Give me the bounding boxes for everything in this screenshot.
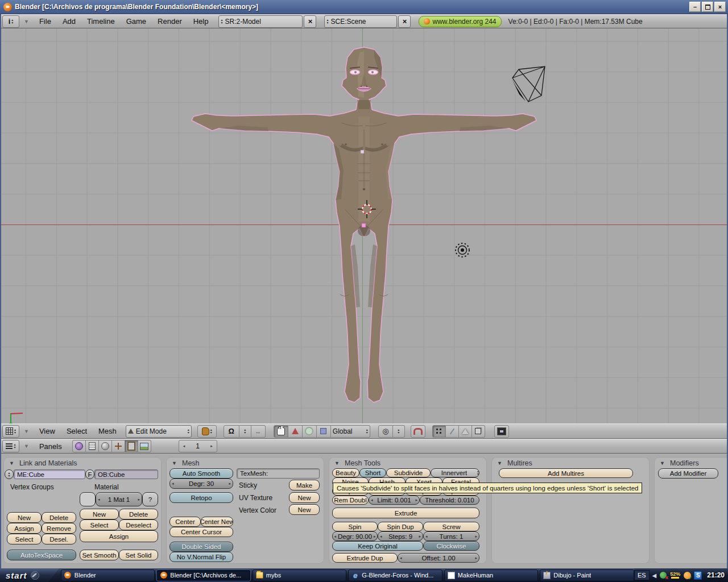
pivot-stepper[interactable]: ▴▾ bbox=[393, 425, 405, 438]
material-help-button[interactable]: ? bbox=[142, 492, 158, 506]
add-multires-button[interactable]: Add Multires bbox=[499, 468, 633, 478]
vertex-select-button[interactable] bbox=[432, 425, 446, 438]
script-context-button[interactable] bbox=[86, 440, 99, 452]
beauty-toggle[interactable]: Beauty bbox=[332, 468, 359, 477]
center-new-button[interactable]: Center New bbox=[201, 517, 233, 527]
language-indicator[interactable]: ES bbox=[634, 570, 650, 580]
screen-delete-button[interactable]: × bbox=[304, 15, 316, 28]
limit-stepper[interactable]: ◂Limit: 0.001▸ bbox=[369, 496, 420, 505]
panel-collapse-icon[interactable]: ▼ bbox=[334, 460, 340, 466]
auto-smooth-toggle[interactable]: Auto Smooth bbox=[169, 468, 233, 479]
taskbar-item-mybs[interactable]: mybs bbox=[253, 569, 347, 581]
mode-dropdown[interactable]: Edit Mode ▴▾ bbox=[126, 425, 192, 438]
collapse-triangle-icon[interactable]: ▼ bbox=[24, 443, 29, 449]
occlude-button[interactable] bbox=[472, 425, 485, 438]
screen-selector[interactable]: ▴▾ SR:2-Model bbox=[218, 15, 303, 28]
material-new-button[interactable]: New bbox=[80, 509, 119, 519]
vcol-new-button[interactable]: New bbox=[289, 504, 320, 515]
scene-delete-button[interactable]: × bbox=[398, 15, 411, 28]
proportional-stepper[interactable]: ▴▾ bbox=[239, 425, 251, 438]
face-select-button[interactable] bbox=[459, 425, 472, 438]
menu-select[interactable]: Select bbox=[61, 427, 93, 435]
frame-number-field[interactable]: ◂ 1 ▸ bbox=[179, 440, 217, 452]
center-cursor-button[interactable]: Center Cursor bbox=[169, 527, 233, 537]
increment-icon[interactable]: ▸ bbox=[372, 534, 378, 539]
decrement-icon[interactable]: ◂ bbox=[96, 497, 102, 502]
manipulator-translate-button[interactable] bbox=[288, 425, 303, 438]
menu-render[interactable]: Render bbox=[152, 17, 188, 26]
scene-canvas[interactable] bbox=[0, 28, 728, 423]
spin-dup-button[interactable]: Spin Dup bbox=[378, 522, 423, 531]
steps-stepper[interactable]: ◂Steps: 9▸ bbox=[378, 531, 423, 541]
object-context-button[interactable] bbox=[112, 440, 125, 452]
material-select-button[interactable]: Select bbox=[80, 519, 119, 530]
sticky-make-button[interactable]: Make bbox=[289, 480, 320, 490]
taskbar-item-blender[interactable]: Blender bbox=[61, 569, 155, 581]
center-button[interactable]: Center bbox=[169, 517, 201, 527]
material-deselect-button[interactable]: Deselect bbox=[119, 519, 158, 530]
increment-icon[interactable]: ▸ bbox=[227, 481, 233, 486]
object-name-field[interactable]: OB:Cube bbox=[94, 469, 158, 479]
taskbar-item-makehuman[interactable]: MakeHuman bbox=[444, 569, 539, 581]
version-badge[interactable]: www.blender.org 244 bbox=[419, 16, 501, 27]
menu-file[interactable]: File bbox=[34, 17, 57, 26]
proportional-falloff-button[interactable]: ↔ bbox=[251, 425, 266, 438]
viewport-3d[interactable]: x (1) Cube bbox=[0, 28, 728, 423]
mesh-name-field[interactable]: ME:Cube bbox=[14, 469, 85, 479]
panel-mesh[interactable]: ▼ Mesh Auto Smooth ◂Degr: 30▸ TexMesh: S… bbox=[166, 457, 324, 564]
scene-selector[interactable]: ▴▾ SCE:Scene bbox=[324, 15, 397, 28]
panel-collapse-icon[interactable]: ▼ bbox=[497, 460, 502, 466]
window-titlebar[interactable]: Blender [C:\Archivos de programa\Blender… bbox=[0, 0, 728, 14]
threshold-stepper[interactable]: Threshold: 0.010 bbox=[420, 496, 479, 505]
proportional-edit-button[interactable]: Ω bbox=[224, 425, 239, 438]
orientation-dropdown[interactable]: Global ▴▾ bbox=[331, 425, 370, 438]
increment-icon[interactable]: ▸ bbox=[473, 534, 479, 539]
start-button[interactable]: start bbox=[0, 568, 59, 582]
collapse-triangle-icon[interactable]: ▼ bbox=[24, 429, 29, 434]
menu-help[interactable]: Help bbox=[188, 17, 214, 26]
innervert-menu[interactable]: Innervert▴▾ bbox=[431, 468, 479, 477]
material-delete-button[interactable]: Delete bbox=[119, 509, 158, 519]
logic-context-button[interactable] bbox=[72, 440, 86, 452]
editor-type-button[interactable]: ▴▾ bbox=[2, 440, 19, 452]
window-type-button[interactable]: i ▴▾ bbox=[2, 15, 19, 28]
increment-icon[interactable]: ▸ bbox=[209, 444, 214, 448]
degr-stepper[interactable]: ◂Degr: 30▸ bbox=[169, 479, 233, 489]
s-app-tray-icon[interactable]: S bbox=[694, 571, 702, 579]
manipulator-hand-button[interactable] bbox=[274, 425, 288, 438]
human-mesh-object[interactable] bbox=[192, 47, 536, 402]
editing-context-button[interactable] bbox=[125, 440, 138, 452]
no-vnormal-flip-toggle[interactable]: No V.Normal Flip bbox=[169, 552, 233, 562]
material-assign-button[interactable]: Assign bbox=[80, 530, 158, 542]
autotexspace-toggle[interactable]: AutoTexSpace bbox=[7, 550, 76, 560]
shading-context-button[interactable] bbox=[99, 440, 112, 452]
pivot-button[interactable]: ◎ bbox=[378, 425, 393, 438]
taskbar-item-blender-active[interactable]: Blender [C:\Archivos de... bbox=[156, 569, 251, 581]
rem-doubles-button[interactable]: Rem Doubl bbox=[332, 496, 369, 505]
material-color-swatch[interactable] bbox=[80, 492, 96, 506]
vgroup-assign-button[interactable]: Assign bbox=[7, 523, 42, 534]
add-modifier-button[interactable]: Add Modifier bbox=[658, 468, 718, 479]
decrement-icon[interactable]: ◂ bbox=[170, 481, 176, 486]
panel-collapse-icon[interactable]: ▼ bbox=[172, 460, 177, 466]
decrement-icon[interactable]: ◂ bbox=[378, 534, 384, 539]
degr90-stepper[interactable]: ◂Degr: 90.00▸ bbox=[332, 531, 378, 541]
manipulator-rotate-button[interactable] bbox=[303, 425, 317, 438]
increment-icon[interactable]: ▸ bbox=[417, 534, 423, 539]
draw-type-button[interactable]: ▴▾ bbox=[197, 425, 217, 438]
menu-view[interactable]: View bbox=[34, 427, 61, 435]
screw-button[interactable]: Screw bbox=[423, 522, 479, 531]
set-solid-button[interactable]: Set Solid bbox=[119, 550, 158, 560]
tray-chevron-icon[interactable]: ◀ bbox=[652, 572, 657, 579]
panel-modifiers[interactable]: ▼ Modifiers Add Modifier bbox=[654, 457, 728, 564]
decrement-icon[interactable]: ◂ bbox=[424, 534, 429, 539]
set-smooth-button[interactable]: Set Smooth bbox=[80, 550, 119, 560]
menu-timeline[interactable]: Timeline bbox=[81, 17, 121, 26]
increment-icon[interactable]: ▸ bbox=[413, 498, 419, 502]
uv-new-button[interactable]: New bbox=[289, 492, 320, 503]
snap-button[interactable] bbox=[411, 425, 425, 438]
battery-tray-icon[interactable]: 52% bbox=[670, 572, 680, 579]
panel-link-and-materials[interactable]: ▼ Link and Materials ▴▾ ME:Cube F OB:Cub… bbox=[3, 457, 162, 564]
increment-icon[interactable]: ▸ bbox=[473, 556, 479, 560]
offset-stepper[interactable]: ◂Offset: 1.00▸ bbox=[398, 553, 479, 563]
